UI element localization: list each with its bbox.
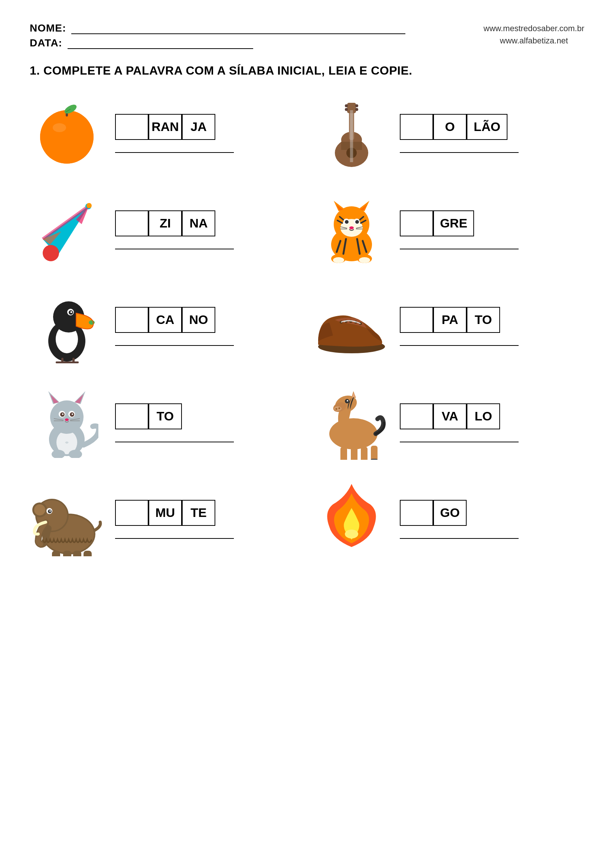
website-info: www.mestredosaber.com.br www.alfabetiza.…: [484, 22, 584, 47]
shoe-copy-line: [400, 338, 519, 346]
guitar-icon: [322, 99, 381, 168]
svg-point-43: [345, 220, 349, 224]
svg-rect-118: [52, 551, 60, 556]
toucan-icon: [35, 289, 98, 363]
svg-point-95: [336, 408, 338, 410]
exercise-mammoth: MU TE: [30, 482, 299, 556]
horse-box-lo: LO: [467, 403, 500, 429]
nome-label: NOME:: [30, 22, 66, 34]
guitar-box-empty[interactable]: [400, 114, 433, 140]
svg-point-2: [53, 123, 66, 132]
cat-box-to: TO: [149, 403, 182, 429]
orange-image-container: [30, 96, 104, 170]
exercise-tiger: GRE: [315, 192, 584, 267]
svg-point-84: [65, 418, 69, 421]
exercise-cat: TO: [30, 386, 299, 460]
mammoth-box-te: TE: [182, 500, 215, 526]
exercise-row-1: RAN JA: [30, 96, 584, 170]
svg-rect-102: [351, 447, 358, 460]
shoe-image-container: [315, 289, 389, 363]
fire-box-empty[interactable]: [400, 500, 433, 526]
svg-point-57: [89, 320, 95, 325]
cat-box-empty[interactable]: [115, 403, 149, 429]
data-label: DATA:: [30, 37, 62, 49]
guitar-box-o: O: [433, 114, 467, 140]
svg-point-82: [62, 414, 64, 415]
toucan-box-empty[interactable]: [115, 307, 149, 333]
toucan-box-ca: CA: [149, 307, 182, 333]
orange-icon: [35, 102, 98, 165]
svg-rect-120: [73, 551, 81, 556]
toucan-box-no: NO: [182, 307, 215, 333]
guitar-word-boxes: O LÃO: [400, 114, 519, 153]
svg-rect-64: [66, 361, 79, 363]
svg-point-117: [50, 510, 51, 512]
mammoth-word-boxes: MU TE: [115, 500, 234, 539]
fire-box-go: GO: [433, 500, 467, 526]
svg-point-44: [355, 220, 359, 224]
shoe-box-empty[interactable]: [400, 307, 433, 333]
horn-image-container: [30, 192, 104, 267]
guitar-box-lao: LÃO: [467, 114, 507, 140]
exercise-row-5: MU TE: [30, 482, 584, 556]
fire-copy-line: [400, 532, 519, 539]
cat-image-container: [30, 386, 104, 460]
horn-copy-line: [115, 242, 234, 250]
mammoth-icon: [31, 482, 102, 556]
svg-point-98: [347, 400, 348, 401]
horn-box-zi: ZI: [149, 211, 182, 236]
guitar-boxes-row: O LÃO: [400, 114, 519, 140]
svg-rect-103: [361, 447, 367, 460]
instruction: 1. COMPLETE A PALAVRA COM A SÍLABA INICI…: [30, 64, 584, 78]
exercise-row-2: ZI NA: [30, 192, 584, 267]
svg-point-45: [349, 226, 354, 229]
exercise-grid: RAN JA: [30, 96, 584, 556]
tiger-icon: [318, 196, 385, 263]
exercise-orange: RAN JA: [30, 96, 299, 170]
orange-box-empty[interactable]: [115, 114, 149, 140]
horse-icon: [315, 386, 389, 460]
fire-boxes-row: GO: [400, 500, 519, 526]
toucan-copy-line: [115, 338, 234, 346]
svg-rect-104: [371, 446, 378, 460]
svg-point-94: [334, 406, 341, 411]
orange-box-ja: JA: [182, 114, 215, 140]
orange-word-boxes: RAN JA: [115, 114, 234, 153]
guitar-image-container: [315, 96, 389, 170]
svg-point-53: [359, 257, 370, 263]
mammoth-box-empty[interactable]: [115, 500, 149, 526]
shoe-word-boxes: PA TO: [400, 307, 519, 346]
horse-box-va: VA: [433, 403, 467, 429]
svg-point-73: [50, 400, 84, 434]
horse-image-container: [315, 386, 389, 460]
cat-word-boxes: TO: [115, 403, 234, 442]
exercise-shoe: PA TO: [315, 289, 584, 363]
exercise-guitar: O LÃO: [315, 96, 584, 170]
shoe-boxes-row: PA TO: [400, 307, 519, 333]
svg-point-60: [71, 312, 72, 313]
tiger-box-empty[interactable]: [400, 211, 433, 236]
mammoth-copy-line: [115, 532, 234, 539]
svg-point-18: [355, 108, 358, 111]
exercise-row-4: TO: [30, 386, 584, 460]
exercise-row-3: CA NO: [30, 289, 584, 363]
svg-point-91: [329, 418, 378, 450]
website2: www.alfabetiza.net: [484, 34, 584, 47]
orange-copy-line: [115, 146, 234, 153]
exercise-horse: VA LO: [315, 386, 584, 460]
horse-copy-line: [400, 435, 519, 442]
horse-box-empty[interactable]: [400, 403, 433, 429]
horn-box-empty[interactable]: [115, 211, 149, 236]
orange-box-ran: RAN: [149, 114, 182, 140]
cat-copy-line: [115, 435, 234, 442]
svg-point-15: [345, 104, 348, 107]
fire-word-boxes: GO: [400, 500, 519, 539]
shoe-box-to: TO: [467, 307, 500, 333]
tiger-copy-line: [400, 242, 519, 250]
horse-boxes-row: VA LO: [400, 403, 519, 429]
cat-boxes-row: TO: [115, 403, 234, 429]
svg-point-25: [87, 203, 92, 208]
svg-rect-108: [371, 459, 378, 460]
horn-box-na: NA: [182, 211, 215, 236]
svg-point-16: [345, 108, 348, 111]
